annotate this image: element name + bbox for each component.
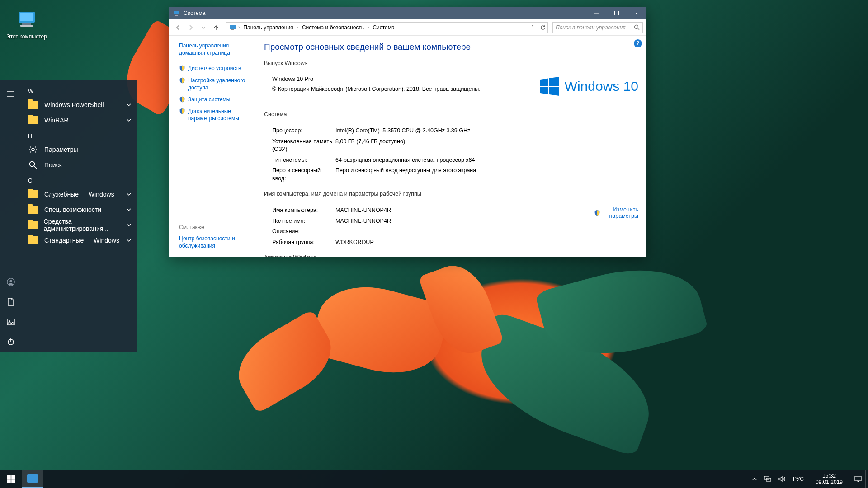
breadcrumb-item[interactable]: Система и безопасность (298, 23, 368, 33)
taskbar: РУС 16:3209.01.2019 (0, 470, 868, 488)
search-icon (28, 160, 38, 169)
sidebar-system-protection[interactable]: Защита системы (179, 96, 255, 103)
info-value: Intel(R) Core(TM) i5-3570 CPU @ 3.40GHz … (335, 127, 638, 135)
clock-date: 09.01.2019 (816, 479, 843, 485)
info-key: Процессор: (272, 127, 335, 135)
network-icon (764, 476, 771, 482)
tray-overflow-button[interactable] (749, 470, 760, 488)
start-item-label: Служебные — Windows (44, 191, 114, 198)
svg-rect-6 (7, 319, 14, 325)
breadcrumb-item[interactable]: Система (369, 23, 398, 33)
search-box[interactable] (552, 22, 643, 33)
start-app-list: W Windows PowerShell WinRAR П Параметры … (22, 80, 137, 352)
start-item-label: Windows PowerShell (44, 101, 104, 108)
sidebar-label: Настройка удаленного доступа (188, 77, 255, 91)
folder-icon (28, 190, 38, 198)
start-item-standard[interactable]: Стандартные — Windows (22, 233, 137, 248)
start-letter-header[interactable]: С (22, 173, 137, 187)
chevron-down-icon (127, 207, 131, 212)
arrow-up-icon (213, 24, 219, 31)
start-item-search[interactable]: Поиск (22, 157, 137, 173)
start-letter-header[interactable]: П (22, 128, 137, 142)
address-refresh-button[interactable] (538, 23, 547, 33)
minimize-button[interactable] (587, 7, 607, 19)
see-also-link[interactable]: Центр безопасности и обслуживания (179, 235, 256, 249)
desktop-icon-this-pc[interactable]: Этот компьютер (6, 9, 47, 40)
start-button[interactable] (0, 470, 22, 488)
folder-icon (28, 116, 38, 124)
section-heading: Активация Windows (264, 254, 638, 257)
start-item-ease[interactable]: Спец. возможности (22, 202, 137, 217)
change-settings-link[interactable]: Изменить параметры (594, 206, 638, 219)
info-value: Перо и сенсорный ввод недоступны для это… (335, 167, 638, 183)
close-button[interactable] (627, 7, 646, 19)
nav-up-button[interactable] (211, 22, 222, 33)
sidebar-label: Диспетчер устройств (188, 65, 241, 72)
folder-icon (28, 221, 38, 229)
chevron-down-icon (127, 118, 131, 122)
svg-rect-3 (20, 25, 33, 27)
start-power-button[interactable] (0, 332, 22, 352)
start-item-winrar[interactable]: WinRAR (22, 113, 137, 128)
address-bar[interactable]: › Панель управления› Система и безопасно… (226, 22, 548, 33)
divider (264, 122, 638, 122)
sidebar-advanced-settings[interactable]: Дополнительные параметры системы (179, 108, 255, 122)
maximize-button[interactable] (607, 7, 627, 19)
tray-notifications-button[interactable] (851, 470, 865, 488)
svg-rect-27 (855, 476, 861, 481)
minimize-icon (594, 11, 599, 15)
search-input[interactable] (556, 24, 634, 31)
windows-logo-icon (539, 76, 560, 97)
start-item-label: Спец. возможности (44, 206, 101, 213)
address-history-button[interactable]: ˅ (528, 23, 538, 33)
system-window: Система › Панель управления› Система и б… (169, 7, 646, 257)
info-key: Рабочая группа: (272, 239, 335, 247)
svg-rect-2 (22, 23, 31, 25)
start-rail (0, 80, 22, 352)
computer-icon (229, 24, 236, 31)
sidebar-home-link[interactable]: Панель управления — домашняя страница (179, 42, 255, 56)
tray-language-button[interactable]: РУС (789, 470, 807, 488)
svg-rect-23 (7, 479, 11, 483)
taskbar-app-system[interactable] (22, 470, 43, 488)
computer-icon (16, 9, 38, 31)
close-icon (634, 11, 639, 15)
svg-rect-21 (7, 475, 11, 479)
windows-logo-text: Windows 10 (565, 79, 638, 94)
svg-rect-16 (615, 11, 619, 15)
start-item-label: WinRAR (44, 117, 69, 124)
clock-time: 16:32 (816, 473, 843, 479)
breadcrumb-item[interactable]: Панель управления (240, 23, 297, 33)
folder-icon (28, 206, 38, 214)
start-item-accessories[interactable]: Служебные — Windows (22, 187, 137, 202)
start-item-powershell[interactable]: Windows PowerShell (22, 97, 137, 113)
search-icon (634, 24, 640, 30)
tray-volume-button[interactable] (775, 470, 789, 488)
help-button[interactable]: ? (634, 39, 642, 47)
svg-rect-24 (11, 479, 15, 483)
nav-recent-button[interactable] (198, 22, 209, 33)
sidebar-remote-settings[interactable]: Настройка удаленного доступа (179, 77, 255, 91)
nav-forward-button[interactable] (185, 22, 196, 33)
see-also-heading: См. также (179, 224, 256, 230)
start-item-settings[interactable]: Параметры (22, 142, 137, 157)
start-pictures-button[interactable] (0, 312, 22, 332)
section-heading: Имя компьютера, имя домена и параметры р… (264, 191, 638, 197)
titlebar[interactable]: Система (169, 7, 646, 19)
start-letter-header[interactable]: W (22, 83, 137, 97)
svg-rect-14 (175, 15, 178, 16)
start-item-admintools[interactable]: Средства администрирования... (22, 217, 137, 233)
tray-clock[interactable]: 16:3209.01.2019 (807, 470, 851, 488)
start-expand-button[interactable] (0, 84, 22, 104)
arrow-right-icon (188, 24, 194, 31)
info-key: Имя компьютера: (272, 206, 335, 215)
start-user-button[interactable] (0, 272, 22, 292)
windows-logo-icon (7, 475, 15, 483)
svg-rect-18 (231, 29, 234, 30)
tray-network-button[interactable] (760, 470, 775, 488)
start-documents-button[interactable] (0, 292, 22, 312)
divider (264, 71, 638, 71)
nav-back-button[interactable] (173, 22, 184, 33)
sidebar-device-manager[interactable]: Диспетчер устройств (179, 65, 255, 72)
show-desktop-button[interactable] (865, 470, 868, 488)
